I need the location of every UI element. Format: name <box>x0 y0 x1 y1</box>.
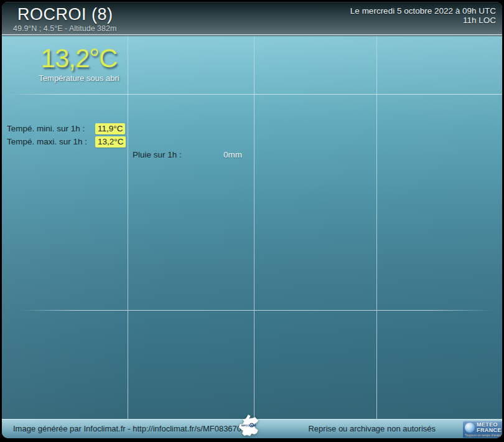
rain-label: Pluie sur 1h : <box>133 150 182 159</box>
meteo-france-line2: FRANCE <box>477 428 502 433</box>
weather-card: ROCROI (8) 49.9°N ; 4.5°E - Altitude 382… <box>2 2 502 438</box>
station-coordinates: 49.9°N ; 4.5°E - Altitude 382m <box>13 24 116 33</box>
station-name: ROCROI (8) <box>17 5 113 24</box>
image-credit-text: Image générée par Infoclimat.fr - http:/… <box>13 420 251 438</box>
infoclimat-logo: INFOCLIMAT <box>238 411 259 440</box>
infoclimat-wordmark: INFOCLIMAT <box>241 424 257 427</box>
datetime-local: 11h LOC <box>350 16 496 25</box>
meteo-france-tagline: Toujours un temps d'avance <box>465 433 502 437</box>
globe-icon <box>465 423 475 433</box>
meteo-france-logo: METEO FRANCE Toujours un temps d'avance <box>463 421 502 438</box>
copyright-notice: Reprise ou archivage non autorisés <box>308 420 436 438</box>
rain-row: Pluie sur 1h : 0mm <box>133 150 182 159</box>
temp-max-value-badge: 13,2°C <box>95 136 126 148</box>
current-temperature-block: 13,2°C Température sous abri <box>19 45 139 83</box>
current-temperature-label: Température sous abri <box>19 73 139 83</box>
current-temperature-value: 13,2°C <box>19 45 139 72</box>
grid-line-horizontal-1 <box>2 94 502 95</box>
temp-min-label: Tempé. mini. sur 1h : <box>7 124 85 133</box>
observation-datetime: Le mercredi 5 octobre 2022 à 09h UTC 11h… <box>350 6 496 25</box>
temp-min-value-badge: 11,9°C <box>95 123 125 134</box>
meteo-france-wordmark: METEO FRANCE <box>477 422 502 433</box>
datetime-utc: Le mercredi 5 octobre 2022 à 09h UTC <box>350 6 496 16</box>
temp-max-label: Tempé. maxi. sur 1h : <box>7 137 87 146</box>
main-panel: 13,2°C Température sous abri Tempé. mini… <box>2 35 502 419</box>
rain-value: 0mm <box>223 150 242 159</box>
header-bar: ROCROI (8) 49.9°N ; 4.5°E - Altitude 382… <box>2 2 502 35</box>
grid-line-horizontal-2 <box>2 310 502 311</box>
